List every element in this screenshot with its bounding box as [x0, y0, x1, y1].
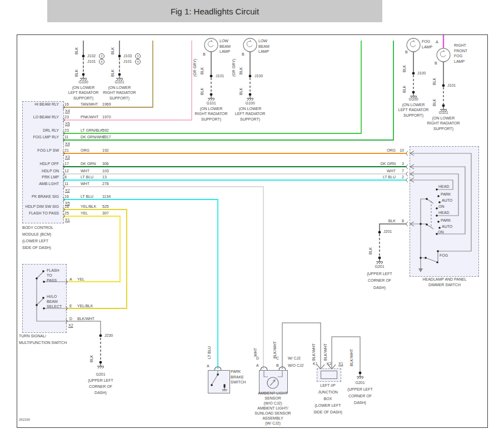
park-brake-switch-name: PARKBRAKESWITCH [231, 369, 246, 385]
bcm-pin-label: HDLP ON [22, 169, 59, 173]
circuit-number: 1970 [102, 115, 111, 119]
switch-pin-label: A [69, 277, 72, 282]
wire-tag: LT BLU [207, 346, 212, 359]
ambient-sensor-name: AMBIENT LIGHTSENSOR (W/O CJ2)AMBIENT LIG… [248, 391, 298, 426]
switch-position-label: PARK [441, 192, 451, 197]
jbox-pin-label: K1 [313, 362, 318, 366]
bcm-connector-id: X4 [65, 109, 70, 113]
jbox-pin-label: K2 [327, 362, 332, 366]
wire-color-label: WHT [81, 182, 89, 186]
circuit-number: 278 [102, 182, 109, 186]
ground-label-g201: G201(UPPER LEFT CORNER OFDASH) [78, 371, 123, 396]
wire-tag: (OR GRY) [193, 59, 197, 77]
splice-label: J103 [123, 54, 132, 58]
circuit-number: 525 [102, 204, 109, 209]
wire-color-label: BLK/WHT [77, 317, 94, 321]
splice-label: J101 [87, 59, 96, 64]
wiring-svg [0, 0, 504, 439]
wire-tag: BLK/WHT [312, 343, 316, 361]
circuit-number: 306 [102, 162, 109, 166]
wire-yel-blk-525 [63, 209, 127, 308]
bcm-connector-id: X2 [65, 188, 70, 193]
splice-label: J102 [87, 54, 96, 58]
switch-position-label: HEAD [438, 211, 449, 215]
bcm-pin-label: FOG LP SW [22, 148, 59, 153]
splice-label: J101 [123, 59, 132, 64]
bcm-pin-number: 11 [64, 135, 68, 139]
bcm-connector-id: X1 [65, 218, 70, 222]
wire-tag: BLK [402, 65, 407, 72]
wire-tag: BLK [111, 47, 115, 54]
low-beam-lamp-label: LOWBEAMLAMP [219, 38, 231, 54]
circled-number: 3 [99, 53, 104, 59]
wire-color-label: WHT [81, 169, 89, 173]
wire-tag: BLK [402, 86, 407, 93]
wire-tag: BLK/WHT [323, 343, 328, 361]
circuit-number: 13 [102, 175, 107, 179]
bcm-pin-number: 23 [64, 128, 69, 133]
wire-tag: BLK/WHT [350, 349, 354, 366]
switch-position-label: AUTO [442, 198, 452, 203]
option-note: W/ CJ2 [288, 356, 301, 361]
lamp-pin-label: A [436, 40, 438, 44]
circled-number: 4 [99, 59, 104, 64]
dimmer-switch-name: HEADLAMP AND PANELDIMMER SWITCH [410, 277, 480, 288]
bcm-pin-label: HI BEAM RLY [22, 102, 59, 107]
connector-id: X2 [68, 323, 73, 328]
ground-label-g101: G101(ON LOWER RIGHT RADIATORSUPPORT) [189, 101, 233, 122]
wire-color-label: DK GRN [81, 162, 96, 166]
circled-number: 4 [135, 59, 141, 64]
dimmer-pin-number: 10 [397, 148, 404, 153]
circuit-number: 307 [102, 211, 109, 216]
wire-color-label: LT BLU [81, 194, 93, 199]
splice-label: J101 [216, 74, 224, 78]
circuit-number: 592 [102, 128, 109, 133]
ground-label-g201: G201(UPPER LEFT CORNER OFDASH) [338, 380, 382, 406]
wire-tag: BLK [89, 355, 94, 362]
wire-tag: BLK [200, 67, 204, 74]
bcm-pin-label: AMB LGHT [22, 182, 59, 186]
wire-color-label: DK GRN [371, 162, 396, 166]
switch-position-label: ON [438, 230, 444, 235]
bcm-connector-id: X3 [65, 155, 70, 159]
wire-color-label: WHT [371, 169, 396, 173]
wire-color-label: LT BLU [371, 175, 396, 179]
wire-tag: BLK [239, 67, 243, 74]
bcm-name: BODY CONTROL MODULE (BCM) [22, 225, 53, 238]
wire-tag: BLK [239, 88, 243, 95]
splice-label: J230 [104, 333, 113, 338]
bcm-connector-id: X4 [65, 142, 70, 146]
wire-lt-blu-1134 [63, 199, 218, 369]
wire-tag: BLK [432, 78, 437, 85]
wire-tag: BLK [111, 69, 115, 77]
bcm-pin-label: DRL RLY [22, 128, 59, 133]
dimmer-pin-number: 2 [397, 175, 404, 179]
switch-pin-label: E [69, 304, 72, 308]
switch-position-label: HEAD [438, 184, 449, 189]
sensor-pin-label: B [276, 363, 279, 368]
wire-tag: BLK [432, 99, 437, 106]
wire-color-label: LT GRN/BLK [81, 128, 103, 133]
flash-to-pass-label: FLASHTOPASS [47, 268, 59, 283]
wire-tag: BLK [74, 47, 79, 54]
wire-color-label: LT BLU [81, 175, 93, 179]
wiring-diagram-page: Fig 1: Headlights Circuit 262190 [0, 0, 504, 439]
splice-label: J100 [255, 74, 263, 78]
bcm-pin-number: 18 [64, 204, 69, 209]
splice-label: J100 [417, 71, 426, 76]
bcm-location: (LOWER LEFT SIDE OF DASH) [22, 238, 51, 251]
splice-label: J201 [383, 230, 392, 234]
wire-tag: BLK [200, 88, 204, 95]
park-brake-internals [212, 370, 218, 385]
dimmer-pin-number: 7 [397, 169, 404, 173]
bcm-pin-number: 16 [64, 102, 69, 107]
circuit-number: 1969 [102, 102, 111, 107]
wire-color-label: ORG [371, 148, 396, 153]
sensor-pin-label: D [256, 356, 259, 361]
ground-label-g100: G100(ON LOWER LEFT RADIATORSUPPORT) [228, 101, 272, 122]
lamp-pin-label: B [435, 61, 437, 66]
wire-color-label: ORG [81, 148, 89, 153]
bcm-pin-number: 23 [64, 115, 69, 119]
circuit-number: 192 [102, 148, 109, 153]
ground-label-g101: G101(ON LOWER RIGHT RADIATORSUPPORT) [97, 79, 142, 101]
